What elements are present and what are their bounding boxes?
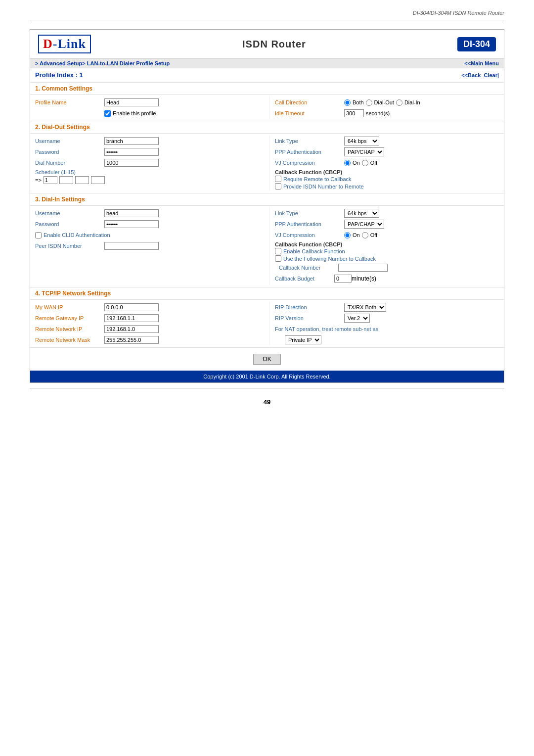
di-linktype-label: Link Type: [275, 210, 344, 216]
common-settings-header: 1. Common Settings: [30, 82, 504, 95]
ok-button[interactable]: OK: [253, 354, 280, 365]
di-enable-callback-checkbox[interactable]: [275, 248, 281, 254]
do-vj-off-radio[interactable]: [362, 160, 368, 166]
ok-area: OK: [30, 347, 504, 371]
do-pppauth-select[interactable]: PAP/CHAP PAP CHAP: [344, 147, 384, 156]
remote-mask-label: Remote Network Mask: [35, 337, 104, 343]
dial-out-header: 2. Dial-Out Settings: [30, 121, 504, 134]
di-password-input[interactable]: [104, 220, 159, 228]
di-cbbudget-unit: minute(s): [352, 275, 376, 282]
di-password-label: Password: [35, 221, 104, 227]
do-scheduler-label: Scheduler (1-15): [35, 169, 104, 175]
di-username-input[interactable]: [104, 209, 159, 217]
do-dialnumber-label: Dial Number: [35, 160, 104, 166]
scheduler-input-1[interactable]: [44, 176, 57, 184]
profile-bar: Profile Index : 1 <<Back Clear|: [30, 68, 504, 82]
do-vj-on-radio[interactable]: [344, 160, 351, 166]
do-vjcomp-label: VJ Compression: [275, 160, 344, 166]
do-username-label: Username: [35, 138, 104, 144]
idle-timeout-input[interactable]: [344, 109, 364, 117]
di-pppauth-select[interactable]: PAP/CHAP PAP CHAP: [344, 220, 384, 229]
idle-timeout-unit: second(s): [366, 110, 390, 116]
clear-link[interactable]: Clear|: [484, 72, 499, 78]
card-header: D-Link ISDN Router DI-304: [30, 30, 504, 59]
do-linktype-select[interactable]: 64k bps 128k bps: [344, 137, 379, 145]
nav-path[interactable]: > Advanced Setup> LAN-to-LAN Dialer Prof…: [35, 60, 170, 66]
card-footer: Copyright (c) 2001 D-Link Corp. All Righ…: [30, 371, 504, 382]
scheduler-input-2[interactable]: [59, 176, 73, 184]
do-callback-title: Callback Function (CBCP): [275, 169, 499, 175]
profile-name-input[interactable]: [104, 98, 159, 106]
rip-direction-select[interactable]: TX/RX Both TX Only RX Only None: [344, 303, 386, 312]
call-dir-dialout-label: Dial-Out: [374, 99, 394, 105]
my-wan-input[interactable]: [104, 303, 159, 311]
do-provide-isdn-checkbox[interactable]: [275, 183, 281, 189]
di-cbnum-input[interactable]: [338, 264, 388, 272]
call-dir-dialin-radio[interactable]: [396, 99, 402, 106]
tcp-ip-header: 4. TCP/IP Network Settings: [30, 287, 504, 300]
rip-version-label: RIP Version: [275, 315, 344, 321]
di-peerisdn-input[interactable]: [104, 242, 159, 250]
profile-name-label: Profile Name: [35, 99, 104, 105]
di-vj-on-label: On: [353, 232, 360, 238]
page-top-title: DI-304/DI-304M ISDN Remote Router: [30, 10, 504, 16]
common-settings-content: Profile Name Enable this profile Call Di…: [30, 95, 504, 121]
call-dir-dialin-label: Dial-In: [404, 99, 420, 105]
do-require-remote-checkbox[interactable]: [275, 176, 281, 182]
back-clear[interactable]: <<Back Clear|: [461, 72, 499, 78]
call-dir-both-label: Both: [353, 99, 364, 105]
dlink-logo: D-Link: [38, 35, 91, 53]
main-menu-link[interactable]: <<Main Menu: [464, 60, 499, 66]
di-cbnum-label: Callback Number: [279, 265, 338, 271]
page-number: 49: [30, 398, 504, 406]
di-vj-on-radio[interactable]: [344, 232, 351, 238]
remote-gateway-input[interactable]: [104, 314, 159, 322]
di-callback-title: Callback Function (CBCP): [275, 241, 499, 247]
di-cbbudget-label: Callback Budget: [275, 276, 334, 282]
di304-badge: DI-304: [457, 37, 496, 51]
tcp-ip-content: My WAN IP Remote Gateway IP Remote Netwo…: [30, 300, 504, 347]
di-use-following-checkbox[interactable]: [275, 255, 281, 262]
rip-version-select[interactable]: Ver.2 Ver.1: [344, 314, 370, 323]
do-provide-isdn-label: Provide ISDN Number to Remote: [283, 184, 364, 189]
do-require-remote-label: Require Remote to Callback: [283, 176, 352, 182]
do-password-label: Password: [35, 149, 104, 155]
enable-profile-text: Enable this profile: [113, 110, 156, 116]
router-title: ISDN Router: [242, 39, 306, 50]
scheduler-input-3[interactable]: [75, 176, 89, 184]
call-dir-dialout-radio[interactable]: [366, 99, 372, 106]
dial-in-content: Username Password Enable CLID Authentica…: [30, 206, 504, 287]
do-dialnumber-input[interactable]: [104, 159, 159, 167]
di-use-following-label: Use the Following Number to Callback: [283, 256, 376, 262]
do-linktype-label: Link Type: [275, 138, 344, 144]
di-linktype-select[interactable]: 64k bps 128k bps: [344, 209, 379, 218]
main-card: D-Link ISDN Router DI-304 > Advanced Set…: [30, 29, 504, 383]
di-vj-off-radio[interactable]: [362, 232, 368, 238]
scheduler-input-4[interactable]: [91, 176, 105, 184]
do-pppauth-label: PPP Authentication: [275, 149, 344, 155]
di-vjcomp-label: VJ Compression: [275, 232, 344, 238]
remote-network-label: Remote Network IP: [35, 326, 104, 332]
call-dir-both-radio[interactable]: [344, 99, 351, 106]
di-enable-callback-label: Enable Callback Function: [283, 248, 345, 254]
di-pppauth-label: PPP Authentication: [275, 221, 344, 227]
remote-gateway-label: Remote Gateway IP: [35, 315, 104, 321]
do-username-input[interactable]: [104, 137, 159, 145]
do-password-input[interactable]: [104, 148, 159, 156]
di-username-label: Username: [35, 210, 104, 216]
my-wan-label: My WAN IP: [35, 304, 104, 310]
di-clid-checkbox[interactable]: [35, 232, 42, 238]
nat-label: For NAT operation, treat remote sub-net …: [275, 326, 378, 332]
di-peerisdn-label: Peer ISDN Number: [35, 243, 104, 249]
nav-bar: > Advanced Setup> LAN-to-LAN Dialer Prof…: [30, 59, 504, 68]
remote-network-input[interactable]: [104, 325, 159, 333]
back-link[interactable]: <<Back: [461, 72, 481, 78]
di-cbbudget-input[interactable]: [334, 275, 352, 283]
dial-out-content: Username Password Dial Number: [30, 134, 504, 193]
nat-select[interactable]: Private IP Public IP: [285, 335, 321, 344]
call-direction-label: Call Direction: [275, 99, 344, 105]
rip-direction-label: RIP Direction: [275, 304, 344, 310]
idle-timeout-label: Idle Timeout: [275, 110, 344, 116]
enable-profile-checkbox[interactable]: [104, 110, 111, 117]
remote-mask-input[interactable]: [104, 336, 159, 344]
